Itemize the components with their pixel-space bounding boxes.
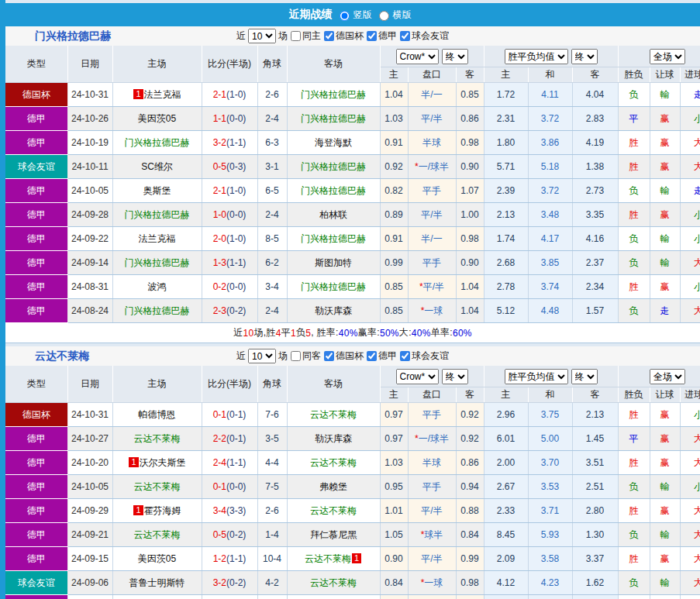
result-goals: 大 bbox=[680, 299, 700, 323]
odds-away: 4.04 bbox=[572, 83, 618, 107]
same-venue-filter[interactable]: 同主 bbox=[290, 29, 321, 43]
ah-away-odds: 0.98 bbox=[456, 131, 484, 155]
home-team-cell: 法兰克福 bbox=[112, 227, 202, 251]
odds-draw: 4.17 bbox=[528, 227, 572, 251]
league-checkbox-1[interactable] bbox=[367, 31, 377, 41]
summary-segment: 大: bbox=[399, 326, 412, 339]
team-name: 帕德博恩 bbox=[139, 409, 176, 420]
same-venue-checkbox[interactable] bbox=[291, 351, 301, 361]
column-header-3: 比分(半场) bbox=[202, 366, 257, 403]
home-team-cell: 美因茨05 bbox=[112, 107, 202, 131]
team-name: 沃尔夫斯堡 bbox=[140, 457, 186, 468]
odds-home: 4.12 bbox=[484, 571, 528, 595]
home-team-cell: 1霍芬海姆 bbox=[112, 499, 202, 523]
team-name: 门兴格拉德巴赫 bbox=[301, 89, 366, 100]
ah-home-odds: 0.85 bbox=[380, 275, 408, 299]
league-filter-0[interactable]: 德国杯 bbox=[323, 29, 364, 43]
odds-mean-select-group-select-1[interactable]: 终 bbox=[571, 369, 598, 384]
result-handicap: 赢 bbox=[650, 595, 680, 599]
odds-mean-select-group-select-1[interactable]: 终 bbox=[571, 49, 598, 64]
same-venue-checkbox[interactable] bbox=[291, 31, 301, 41]
ah-home-odds: 0.89 bbox=[380, 203, 408, 227]
period-select-group-select-0[interactable]: 全场 bbox=[650, 369, 685, 384]
same-venue-filter[interactable]: 同客 bbox=[290, 349, 321, 363]
away-team-cell: 拜仁慕尼黑 bbox=[287, 523, 380, 547]
ah-line: *一/球半 bbox=[408, 155, 456, 179]
corner-cell: 2-4 bbox=[257, 203, 287, 227]
ah-line: 平手 bbox=[408, 475, 456, 499]
summary-segment: 赢率: bbox=[358, 326, 380, 339]
full-time-score: 0-2 bbox=[213, 281, 226, 292]
result-goals: 大 bbox=[680, 523, 700, 547]
league-checkbox-0[interactable] bbox=[324, 31, 334, 41]
date-cell: 24-09-29 bbox=[67, 499, 112, 523]
layout-radio-horizontal[interactable]: 横版 bbox=[375, 9, 412, 22]
odds-away: 4.19 bbox=[572, 131, 618, 155]
league-checkbox-2[interactable] bbox=[400, 351, 410, 361]
team-name: 法兰克福 bbox=[139, 233, 176, 244]
odds-mean-select-group-select-0[interactable]: 胜平负均值 bbox=[505, 369, 568, 384]
away-team-cell: 门兴格拉德巴赫 bbox=[287, 83, 380, 107]
league-checkbox-0[interactable] bbox=[324, 351, 334, 361]
ah-away-odds: 0.94 bbox=[456, 475, 484, 499]
odds-draw: 3.70 bbox=[528, 451, 572, 475]
odds-draw: 5.93 bbox=[528, 523, 572, 547]
page-left-border bbox=[0, 0, 5, 599]
layout-radio-vertical[interactable]: 竖版 bbox=[336, 9, 372, 22]
period-select-group-select-0[interactable]: 全场 bbox=[650, 49, 685, 64]
games-count-select[interactable]: 10 bbox=[248, 349, 276, 363]
odds-home: 1.72 bbox=[484, 83, 528, 107]
away-team-cell: 柏林联 bbox=[287, 203, 380, 227]
bookmaker-select-group-select-0[interactable]: Crow* bbox=[396, 369, 439, 384]
home-team-cell: 普鲁士明斯特 bbox=[112, 571, 202, 595]
odds-draw: 3.48 bbox=[528, 203, 572, 227]
odds-mean-select-group-select-0[interactable]: 胜平负均值 bbox=[505, 49, 568, 64]
full-time-score: 2-2 bbox=[213, 433, 226, 444]
match-row: 德国杯24-10-311法兰克福2-1(1-0)2-6门兴格拉德巴赫1.04半/… bbox=[5, 83, 700, 107]
league-filter-2[interactable]: 球会友谊 bbox=[399, 349, 449, 363]
filter-suffix-label: 场 bbox=[278, 349, 288, 363]
league-filter-0[interactable]: 德国杯 bbox=[323, 349, 364, 363]
score-cell: 3-2(1-1) bbox=[202, 131, 257, 155]
summary-segment: 负 bbox=[296, 326, 305, 339]
bookmaker-select-group-select-1[interactable]: 终 bbox=[442, 369, 468, 384]
section-header: 云达不莱梅近10场同客德国杯德甲球会友谊 bbox=[5, 346, 700, 366]
ah-away-odds: 0.98 bbox=[456, 571, 484, 595]
league-filter-label: 德甲 bbox=[378, 29, 397, 43]
bookmaker-select-group-select-1[interactable]: 终 bbox=[442, 49, 468, 64]
type-cell: 德国杯 bbox=[5, 403, 67, 427]
radio-vertical-icon[interactable] bbox=[340, 11, 350, 21]
league-filter-label: 德国杯 bbox=[336, 349, 364, 363]
radio-horizontal-icon[interactable] bbox=[379, 11, 389, 21]
odds-draw: 4.48 bbox=[528, 299, 572, 323]
column-header-2: 主场 bbox=[112, 46, 202, 83]
team-name: 美因茨05 bbox=[138, 113, 176, 124]
home-team-cell: 美因茨05 bbox=[112, 547, 202, 571]
result-wdl: 负 bbox=[618, 523, 650, 547]
bookmaker-select-group-select-0[interactable]: Crow* bbox=[396, 49, 439, 64]
league-filter-2[interactable]: 球会友谊 bbox=[399, 29, 449, 43]
away-team-cell: 门兴格拉德巴赫 bbox=[287, 107, 380, 131]
odds-draw: 3.74 bbox=[528, 275, 572, 299]
result-goals: 走 bbox=[680, 83, 700, 107]
sub-header-0: 主 bbox=[380, 67, 408, 83]
league-filter-1[interactable]: 德甲 bbox=[366, 29, 397, 43]
sub-header-1: 盘口 bbox=[408, 67, 456, 83]
league-filter-1[interactable]: 德甲 bbox=[366, 349, 397, 363]
match-row: 德甲24-10-05云达不莱梅0-1(0-0)7-5弗赖堡0.95平手0.942… bbox=[5, 475, 700, 499]
games-count-select[interactable]: 10 bbox=[248, 29, 276, 43]
sub-header-6: 胜负 bbox=[618, 67, 650, 83]
team-name: 勒沃库森 bbox=[315, 433, 352, 444]
result-wdl: 负 bbox=[618, 179, 650, 203]
type-cell: 德甲 bbox=[5, 547, 67, 571]
results-table: 类型日期主场比分(半场)角球客场Crow*终胜平负均值终全场主盘口客主和客胜负让… bbox=[5, 46, 700, 323]
corner-cell: 5-6 bbox=[257, 595, 287, 599]
odds-away: 2.51 bbox=[572, 475, 618, 499]
league-checkbox-2[interactable] bbox=[400, 31, 410, 41]
result-goals: 大 bbox=[680, 251, 700, 275]
filter-bar: 近10场同主德国杯德甲球会友谊 bbox=[236, 29, 449, 43]
league-checkbox-1[interactable] bbox=[367, 351, 377, 361]
ah-home-odds: 0.91 bbox=[380, 227, 408, 251]
type-cell: 德甲 bbox=[5, 227, 67, 251]
match-row: 德甲24-09-21云达不莱梅0-5(0-2)1-4拜仁慕尼黑1.05*球半0.… bbox=[5, 523, 700, 547]
